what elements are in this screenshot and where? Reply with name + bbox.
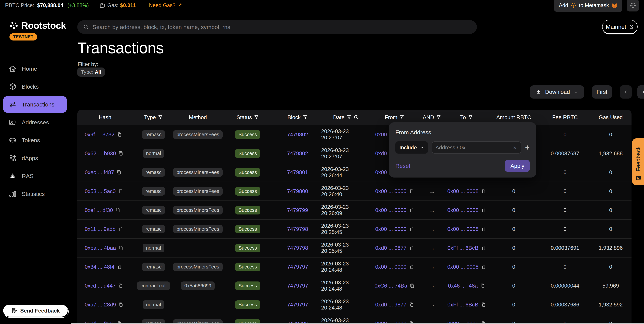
rootstock-logo[interactable]: Rootstock bbox=[10, 20, 70, 31]
copy-icon[interactable] bbox=[118, 283, 123, 288]
include-mode-dropdown[interactable]: Include bbox=[396, 142, 428, 154]
copy-icon[interactable] bbox=[116, 170, 122, 175]
from-address-link[interactable]: 0x00 ... 0000 bbox=[375, 207, 406, 213]
from-address-link[interactable]: 0xC6 ... 74Ba bbox=[374, 283, 407, 289]
send-feedback-button[interactable]: Send Feedback bbox=[3, 305, 68, 316]
block-link[interactable]: 7479798 bbox=[287, 245, 308, 251]
copy-icon[interactable] bbox=[409, 245, 414, 251]
from-address-link[interactable]: 0xd0 ... 9877 bbox=[375, 245, 406, 251]
column-header-method: Method bbox=[174, 114, 222, 120]
need-gas-link[interactable]: Need Gas? bbox=[149, 2, 182, 8]
from-address-link[interactable]: 0xd0 ... 9877 bbox=[375, 302, 406, 308]
previous-page-button[interactable] bbox=[620, 86, 632, 98]
clear-input-icon[interactable]: × bbox=[512, 144, 518, 151]
copy-icon[interactable] bbox=[115, 207, 120, 213]
sidebar-item-tokens[interactable]: Tokens bbox=[3, 132, 67, 148]
next-page-button[interactable] bbox=[638, 86, 644, 98]
from-address-link[interactable]: 0x00 ... 0000 bbox=[375, 226, 406, 232]
tx-hash-link[interactable]: 0x34 ... 48f4 bbox=[85, 264, 114, 270]
block-link[interactable]: 7479802 bbox=[287, 132, 308, 138]
copy-icon[interactable] bbox=[481, 264, 486, 270]
tx-hash-link[interactable]: 0x53 ... 5ac0 bbox=[85, 188, 116, 194]
block-link[interactable]: 7479797 bbox=[287, 283, 308, 289]
horizontal-scrollbar[interactable] bbox=[71, 323, 644, 324]
sidebar-item-transactions[interactable]: Transactions bbox=[3, 96, 67, 113]
feedback-side-tab[interactable]: Feedback bbox=[632, 138, 644, 185]
block-link[interactable]: 7479797 bbox=[287, 302, 308, 308]
tx-hash-link[interactable]: 0x11 ... 9adb bbox=[85, 226, 116, 232]
copy-icon[interactable] bbox=[481, 245, 486, 251]
copy-icon[interactable] bbox=[118, 226, 123, 232]
apply-button[interactable]: Apply bbox=[505, 160, 530, 172]
sidebar-item-ras[interactable]: RAS bbox=[3, 168, 67, 184]
copy-icon[interactable] bbox=[118, 302, 123, 308]
add-to-metamask-button[interactable]: Add to Metamask bbox=[554, 0, 622, 12]
copy-icon[interactable] bbox=[409, 207, 414, 213]
copy-icon[interactable] bbox=[118, 188, 123, 194]
type-filter-chip[interactable]: Type:All bbox=[77, 68, 105, 76]
copy-icon[interactable] bbox=[481, 226, 486, 232]
tx-hash-link[interactable]: 0x62 ... b930 bbox=[85, 150, 116, 156]
sidebar-item-addresses[interactable]: Addresses bbox=[3, 114, 67, 130]
to-address-link[interactable]: 0x46 ... f48a bbox=[448, 283, 478, 289]
filter-funnel-icon[interactable] bbox=[399, 115, 404, 120]
tx-date: 2026-03-23 20:24:48 bbox=[321, 298, 371, 311]
to-address-link[interactable]: 0xFf ... 6BcB bbox=[448, 245, 478, 251]
to-address-link[interactable]: 0x00 ... 0008 bbox=[447, 226, 478, 232]
tx-hash-link[interactable]: 0xec ... f487 bbox=[85, 169, 114, 176]
copy-icon[interactable] bbox=[117, 132, 122, 137]
tx-hash-link[interactable]: 0xcd ... d447 bbox=[85, 283, 116, 289]
tx-hash-link[interactable]: 0x9f ... 3732 bbox=[85, 132, 114, 138]
copy-icon[interactable] bbox=[410, 283, 415, 288]
tx-amount: 0 bbox=[488, 226, 540, 232]
search-icon bbox=[83, 24, 89, 30]
block-link[interactable]: 7479800 bbox=[287, 188, 308, 194]
sidebar-item-blocks[interactable]: Blocks bbox=[3, 78, 67, 95]
filter-funnel-icon[interactable] bbox=[436, 115, 441, 120]
sidebar-item-home[interactable]: Home bbox=[3, 60, 67, 77]
mainnet-switch-button[interactable]: Mainnet bbox=[602, 20, 638, 34]
block-link[interactable]: 7479802 bbox=[287, 150, 308, 156]
sidebar-item-statistics[interactable]: Statistics bbox=[3, 186, 67, 202]
copy-icon[interactable] bbox=[409, 264, 414, 270]
filter-funnel-icon[interactable] bbox=[158, 115, 163, 120]
to-address-link[interactable]: 0x00 ... 0008 bbox=[447, 188, 478, 194]
copy-icon[interactable] bbox=[409, 226, 414, 232]
to-address-link[interactable]: 0x00 ... 0008 bbox=[447, 264, 478, 270]
to-address-link[interactable]: 0xFf ... 6BcB bbox=[448, 302, 478, 308]
tx-hash-link[interactable]: 0xef ... df30 bbox=[85, 207, 113, 213]
tx-hash-link[interactable]: 0xba ... 4baa bbox=[85, 245, 116, 251]
filter-funnel-icon[interactable] bbox=[346, 115, 352, 120]
to-address-link[interactable]: 0x00 ... 0008 bbox=[447, 207, 478, 213]
filter-funnel-icon[interactable] bbox=[302, 115, 308, 120]
from-address-link[interactable]: 0x00 ... 0000 bbox=[375, 264, 406, 270]
column-header-gas: Gas Used bbox=[590, 114, 632, 120]
rif-token-button[interactable] bbox=[627, 0, 639, 12]
first-page-button[interactable]: First bbox=[592, 86, 612, 98]
download-button[interactable]: Download bbox=[530, 86, 584, 98]
sidebar-item-dapps[interactable]: dApps bbox=[3, 150, 67, 166]
from-address-link[interactable]: 0x00 ... 0000 bbox=[375, 188, 406, 194]
method-chip: processMinersFees bbox=[173, 225, 222, 234]
copy-icon[interactable] bbox=[481, 207, 486, 213]
search-input[interactable] bbox=[92, 24, 471, 30]
add-filter-icon[interactable]: + bbox=[525, 144, 530, 152]
copy-icon[interactable] bbox=[481, 188, 486, 194]
block-link[interactable]: 7479798 bbox=[287, 226, 308, 232]
copy-icon[interactable] bbox=[118, 150, 123, 156]
filter-funnel-icon[interactable] bbox=[254, 115, 259, 120]
tx-hash-link[interactable]: 0xa7 ... 28d9 bbox=[85, 302, 116, 308]
copy-icon[interactable] bbox=[409, 188, 414, 194]
filter-funnel-icon[interactable] bbox=[468, 115, 473, 120]
block-link[interactable]: 7479797 bbox=[287, 264, 308, 270]
copy-icon[interactable] bbox=[481, 302, 486, 308]
copy-icon[interactable] bbox=[118, 245, 123, 251]
copy-icon[interactable] bbox=[117, 264, 122, 270]
block-link[interactable]: 7479799 bbox=[287, 207, 308, 213]
address-filter-input[interactable] bbox=[436, 144, 510, 151]
clock-icon[interactable] bbox=[354, 114, 359, 120]
copy-icon[interactable] bbox=[409, 302, 414, 308]
reset-button[interactable]: Reset bbox=[396, 163, 410, 169]
block-link[interactable]: 7479801 bbox=[287, 169, 308, 176]
copy-icon[interactable] bbox=[480, 283, 485, 288]
